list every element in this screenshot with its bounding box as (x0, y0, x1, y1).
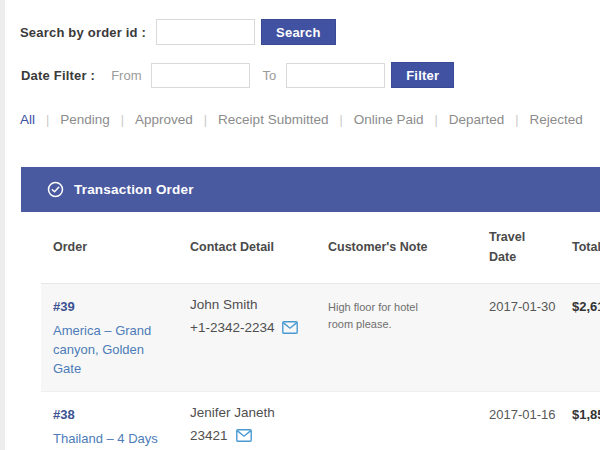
from-label: From (111, 68, 141, 83)
table-row: #39 America – Grand canyon, Golden Gate … (41, 284, 600, 392)
tab-online-paid[interactable]: Online Paid (354, 112, 424, 127)
status-tabs: All | Pending | Approved | Receipt Submi… (20, 112, 583, 127)
filter-button[interactable]: Filter (391, 62, 454, 88)
tab-separator: | (204, 113, 207, 127)
order-title-link[interactable]: America – Grand canyon, Golden Gate (53, 322, 178, 379)
order-id-input[interactable] (156, 19, 255, 45)
customer-note (316, 405, 477, 450)
contact-cell: Jenifer Janeth 23421 (178, 405, 316, 450)
search-button[interactable]: Search (261, 19, 336, 45)
orders-table: Order Contact Detail Customer's Note Tra… (41, 212, 600, 450)
tab-approved[interactable]: Approved (135, 112, 193, 127)
to-label: To (262, 68, 276, 83)
contact-phone: +1-2342-2234 (190, 320, 274, 335)
panel-body: Order Contact Detail Customer's Note Tra… (21, 212, 600, 450)
travel-date: 2017-01-30 (477, 297, 560, 379)
order-search-bar: Search by order id : Search (20, 19, 336, 45)
tab-rejected[interactable]: Rejected (530, 112, 583, 127)
tab-receipt-submitted[interactable]: Receipt Submitted (218, 112, 328, 127)
customer-note: High floor for hotel room please. (316, 297, 477, 379)
tab-all[interactable]: All (20, 112, 35, 127)
tab-separator: | (434, 113, 437, 127)
date-filter-bar: Date Filter : From To Filter (21, 62, 454, 88)
date-to-input[interactable] (286, 63, 385, 88)
envelope-icon[interactable] (282, 321, 298, 334)
travel-date: 2017-01-16 (477, 405, 560, 450)
col-header-customers-note: Customer's Note (316, 238, 477, 257)
contact-name: Jenifer Janeth (190, 405, 316, 420)
tab-separator: | (121, 113, 124, 127)
tab-pending[interactable]: Pending (60, 112, 110, 127)
tab-departed[interactable]: Departed (449, 112, 505, 127)
tab-separator: | (339, 113, 342, 127)
order-cell: #39 America – Grand canyon, Golden Gate (41, 297, 178, 379)
table-row: #38 Thailand – 4 Days in Phuket Jenifer … (41, 392, 600, 450)
transaction-order-panel: Transaction Order Order Contact Detail C… (21, 167, 600, 450)
col-header-order: Order (41, 238, 178, 257)
order-id-link[interactable]: #39 (53, 299, 75, 314)
tab-separator: | (515, 113, 518, 127)
order-total: $2,616 (560, 297, 600, 379)
order-total: $1,853 (560, 405, 600, 450)
panel-title: Transaction Order (74, 182, 194, 197)
date-filter-label: Date Filter : (21, 68, 95, 83)
col-header-total: Total (560, 238, 600, 257)
order-id-link[interactable]: #38 (53, 407, 75, 422)
panel-header: Transaction Order (21, 167, 600, 212)
search-label: Search by order id : (20, 25, 146, 40)
contact-phone: 23421 (190, 428, 228, 443)
envelope-icon[interactable] (236, 429, 252, 442)
tab-separator: | (46, 113, 49, 127)
contact-cell: John Smith +1-2342-2234 (178, 297, 316, 379)
order-title-link[interactable]: Thailand – 4 Days in Phuket (53, 430, 178, 450)
date-from-input[interactable] (151, 63, 250, 88)
table-header-row: Order Contact Detail Customer's Note Tra… (41, 212, 600, 284)
col-header-contact-detail: Contact Detail (178, 238, 316, 257)
contact-name: John Smith (190, 297, 316, 312)
order-cell: #38 Thailand – 4 Days in Phuket (41, 405, 178, 450)
page: Search by order id : Search Date Filter … (0, 0, 600, 450)
page-left-edge (0, 0, 5, 450)
col-header-travel-date: Travel Date (477, 228, 560, 267)
check-circle-icon (47, 181, 64, 198)
